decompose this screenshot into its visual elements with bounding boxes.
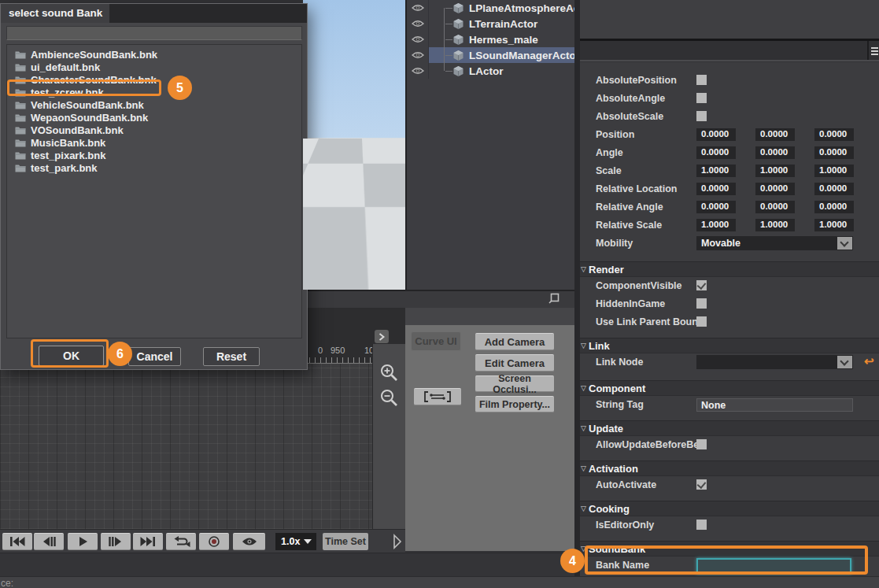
loop-button[interactable] xyxy=(166,533,196,550)
hierarchy-item[interactable]: LPlaneAtmosphereActor xyxy=(407,0,574,16)
ok-button[interactable]: OK xyxy=(39,346,104,366)
bank-filter-input[interactable] xyxy=(6,26,302,40)
edit-camera-button[interactable]: Edit Camera xyxy=(475,354,554,372)
hierarchy-item[interactable]: LTerrainActor xyxy=(407,16,574,31)
pin-icon[interactable] xyxy=(548,293,560,304)
expand-right-icon[interactable] xyxy=(393,534,402,549)
bank-list-item[interactable]: VOSoundBank.bnk xyxy=(7,124,301,136)
section-header-link[interactable]: Link xyxy=(580,331,879,353)
actor-cube-icon xyxy=(452,34,464,46)
section-header-cooking[interactable]: Cooking xyxy=(580,494,879,516)
timeline-next-button[interactable] xyxy=(375,330,389,343)
screen-occlusion-button[interactable]: Screen Occlusi... xyxy=(475,375,554,392)
skip-start-button[interactable] xyxy=(2,533,32,550)
number-field[interactable]: 0.0000 xyxy=(755,146,795,159)
visibility-eye-icon[interactable] xyxy=(407,47,429,63)
skip-end-button[interactable] xyxy=(133,533,163,550)
checkbox-unchecked[interactable] xyxy=(696,520,707,530)
visibility-eye-icon[interactable] xyxy=(407,0,429,16)
number-field[interactable]: 0.0000 xyxy=(814,201,854,213)
panel-divider[interactable] xyxy=(574,0,580,576)
menu-icon[interactable] xyxy=(871,46,878,57)
add-camera-button[interactable]: Add Camera xyxy=(475,333,554,350)
folder-icon xyxy=(15,151,26,160)
bank-list-item[interactable]: WepaonSoundBank.bnk xyxy=(7,111,301,124)
viewport-3d[interactable] xyxy=(303,0,405,290)
zoom-out-icon[interactable] xyxy=(379,388,399,409)
bank-list-item[interactable]: AmbienceSoundBank.bnk xyxy=(7,48,301,61)
hierarchy-item[interactable]: LSoundManagerActor xyxy=(407,47,574,63)
chevron-down-icon[interactable] xyxy=(837,356,852,368)
timeline-grid[interactable] xyxy=(0,364,372,529)
number-field[interactable]: 0.0000 xyxy=(755,128,795,141)
eye-button[interactable] xyxy=(233,533,265,550)
section-header-soundbank[interactable]: SoundBank xyxy=(580,534,879,557)
play-button[interactable] xyxy=(68,533,98,550)
number-field[interactable]: 0.0000 xyxy=(696,128,736,141)
visibility-eye-icon[interactable] xyxy=(407,31,429,47)
bank-list-item[interactable]: VehicleSoundBank.bnk xyxy=(7,98,301,111)
dropdown-select[interactable]: Movable xyxy=(696,236,853,250)
checkbox-unchecked[interactable] xyxy=(696,298,707,309)
section-header-render[interactable]: Render xyxy=(580,255,879,277)
hierarchy-item[interactable]: Hermes_male xyxy=(407,31,574,47)
bank-list-item[interactable]: ui_default.bnk xyxy=(7,61,301,73)
bank-list-item-highlighted[interactable]: test_zcrew.bnk xyxy=(7,86,301,98)
property-label: Relative Location xyxy=(596,183,678,194)
number-field[interactable]: 0.0000 xyxy=(696,183,736,195)
number-field[interactable]: 1.0000 xyxy=(696,219,736,231)
checkbox-unchecked[interactable] xyxy=(696,316,707,327)
cancel-button[interactable]: Cancel xyxy=(128,347,181,366)
checkbox-unchecked[interactable] xyxy=(696,93,707,103)
range-select-button[interactable] xyxy=(414,388,461,405)
number-field[interactable]: 0.0000 xyxy=(814,128,854,141)
checkbox-unchecked[interactable] xyxy=(696,75,707,85)
number-field[interactable]: 0.0000 xyxy=(696,146,736,159)
chevron-down-icon[interactable] xyxy=(837,237,852,250)
visibility-eye-icon[interactable] xyxy=(407,16,429,31)
property-row: Angle0.00000.00000.0000 xyxy=(580,144,879,162)
zoom-in-icon[interactable] xyxy=(379,363,399,383)
bank-list-item[interactable]: MusicBank.bnk xyxy=(7,136,301,149)
number-field[interactable]: 0.0000 xyxy=(814,146,854,159)
playback-bar: 1.0x Time Set xyxy=(0,529,405,553)
hierarchy-item[interactable]: LActor xyxy=(407,63,574,79)
section-header-component[interactable]: Component xyxy=(580,374,879,396)
number-field[interactable]: 0.0000 xyxy=(755,183,795,195)
film-property-button[interactable]: Film Property... xyxy=(475,396,554,412)
number-field[interactable]: 0.0000 xyxy=(696,201,736,213)
reset-arrow-icon[interactable]: ↩ xyxy=(864,354,874,368)
visibility-eye-icon[interactable] xyxy=(407,63,429,79)
record-button[interactable] xyxy=(199,533,229,550)
bank-list-item[interactable]: CharacterSoundBank.bnk xyxy=(7,73,301,86)
number-field[interactable]: 1.0000 xyxy=(814,165,854,177)
time-set-button[interactable]: Time Set xyxy=(323,533,368,550)
checkbox-checked[interactable] xyxy=(696,479,707,490)
number-field[interactable]: 1.0000 xyxy=(755,219,795,231)
number-field[interactable]: 0.0000 xyxy=(755,201,795,213)
number-field[interactable]: 1.0000 xyxy=(755,165,795,177)
checkbox-unchecked[interactable] xyxy=(696,111,707,121)
dropdown-select[interactable] xyxy=(696,355,853,369)
bank-name-label: test_pixark.bnk xyxy=(31,150,105,161)
checkbox-checked[interactable] xyxy=(696,280,707,290)
number-field[interactable]: 1.0000 xyxy=(696,165,736,177)
section-header-activation[interactable]: Activation xyxy=(580,454,879,476)
text-field[interactable]: None xyxy=(696,398,853,412)
bank-name-input[interactable] xyxy=(696,558,851,574)
checkbox-unchecked[interactable] xyxy=(696,439,707,449)
curve-ui-button[interactable]: Curve UI xyxy=(411,331,461,351)
bank-list-item[interactable]: test_park.bnk xyxy=(7,161,301,174)
bank-list-item[interactable]: test_pixark.bnk xyxy=(7,149,301,161)
timeline-ruler[interactable] xyxy=(304,357,373,364)
playback-speed-dropdown[interactable]: 1.0x xyxy=(275,533,316,550)
property-label: ComponentVisible xyxy=(596,280,682,291)
section-header-update[interactable]: Update xyxy=(580,414,879,436)
frame-back-button[interactable] xyxy=(34,533,64,550)
reset-button[interactable]: Reset xyxy=(203,347,260,366)
dialog-titlebar[interactable]: select sound Bank xyxy=(1,4,307,23)
property-label: Angle xyxy=(596,147,623,158)
number-field[interactable]: 0.0000 xyxy=(814,183,854,195)
number-field[interactable]: 1.0000 xyxy=(814,219,854,231)
frame-forward-button[interactable] xyxy=(101,533,131,550)
